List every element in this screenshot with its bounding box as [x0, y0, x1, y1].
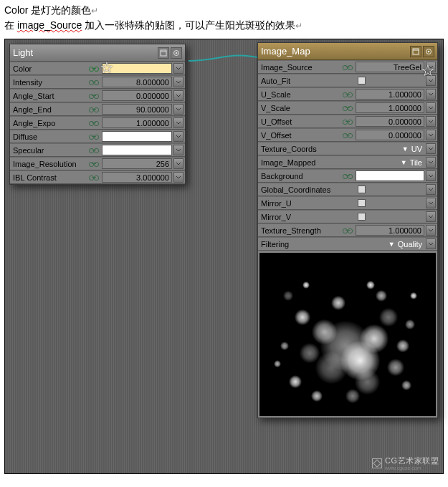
number-field[interactable]: 0.000000	[356, 116, 424, 127]
chevron-down-icon: ▼	[402, 145, 409, 153]
number-field[interactable]: 8.000000	[102, 77, 172, 87]
collapse-icon[interactable]	[158, 47, 169, 59]
row-label: Angle_Start	[10, 92, 87, 100]
checkbox-field[interactable]	[356, 211, 424, 222]
map_panel-row-v_scale: V_Scale1.000000	[258, 101, 437, 115]
row-menu-button[interactable]	[173, 77, 184, 87]
row-menu-button[interactable]	[426, 116, 436, 127]
map_panel-row-auto_fit: Auto_Fit	[258, 74, 437, 87]
checkbox-field[interactable]	[356, 184, 424, 195]
connection-line	[189, 52, 260, 67]
dropdown-field[interactable]: ▼Tile	[356, 157, 424, 168]
link-icon[interactable]	[87, 107, 100, 112]
link-icon[interactable]	[341, 65, 354, 69]
row-menu-button[interactable]	[426, 89, 436, 100]
row-menu-button[interactable]	[426, 238, 436, 249]
collapse-icon[interactable]	[410, 46, 421, 57]
link-icon[interactable]	[341, 92, 354, 97]
checkbox-field[interactable]	[356, 75, 424, 86]
row-menu-button[interactable]	[173, 172, 184, 183]
link-icon[interactable]	[87, 80, 100, 85]
dropdown-field[interactable]: ▼UV	[356, 143, 424, 154]
row-menu-button[interactable]	[426, 198, 436, 208]
row-label: Angle_End	[10, 105, 87, 114]
light_panel-row-angle_start: Angle_Start0.000000	[10, 89, 185, 102]
row-label: Image_Source	[258, 63, 341, 72]
link-icon[interactable]	[87, 162, 100, 166]
number-field[interactable]: 3.000000	[102, 172, 172, 183]
link-icon[interactable]	[341, 174, 354, 178]
chevron-down-icon: ▼	[401, 159, 407, 166]
panel-title: Light	[13, 47, 33, 58]
dropdown-field[interactable]: ▼Quality	[356, 238, 424, 249]
map_panel-row-u_scale: U_Scale1.000000	[258, 87, 437, 101]
checkbox-field[interactable]	[356, 198, 424, 208]
color-field[interactable]	[356, 170, 424, 181]
checkbox[interactable]	[358, 213, 366, 221]
map_panel-row-mirror_v: Mirror_V	[258, 210, 437, 223]
row-label: Texture_Coords	[258, 145, 341, 153]
row-label: Mirror_U	[258, 199, 341, 208]
number-field[interactable]: 1.000000	[356, 89, 424, 100]
color-field[interactable]	[102, 131, 172, 142]
link-icon[interactable]	[341, 228, 354, 233]
row-menu-button[interactable]	[173, 63, 184, 74]
row-menu-button[interactable]	[173, 90, 184, 101]
number-field[interactable]: 0.000000	[102, 90, 172, 101]
chevron-down-icon: ▼	[389, 241, 395, 248]
svg-rect-4	[413, 49, 419, 54]
row-label: V_Scale	[258, 104, 341, 112]
row-label: Specular	[10, 146, 87, 155]
link-icon[interactable]	[87, 121, 100, 125]
link-icon[interactable]	[87, 135, 100, 139]
row-menu-button[interactable]	[426, 143, 436, 154]
row-menu-button[interactable]	[426, 130, 436, 140]
link-icon[interactable]	[341, 106, 354, 110]
text-field[interactable]: TreeGel	[356, 62, 424, 72]
row-label: Diffuse	[10, 132, 87, 141]
map-panel-header[interactable]: Image_Map	[258, 43, 437, 60]
link-icon[interactable]	[341, 133, 354, 138]
number-field[interactable]: 1.000000	[102, 117, 172, 128]
row-menu-button[interactable]	[173, 104, 184, 115]
map_panel-row-u_offset: U_Offset0.000000	[258, 115, 437, 128]
svg-point-7	[428, 50, 430, 52]
row-label: Color	[10, 64, 87, 73]
row-menu-button[interactable]	[426, 225, 436, 236]
star-annotation-icon: ☆	[99, 60, 115, 76]
checkbox[interactable]	[358, 77, 366, 85]
row-menu-button[interactable]	[173, 145, 184, 155]
row-label: V_Offset	[258, 131, 341, 140]
map_panel-row-global_coordinates: Global_Coordinates	[258, 183, 437, 196]
row-label: U_Offset	[258, 117, 341, 126]
checkbox[interactable]	[358, 199, 366, 207]
light-panel: Light ColorIntensity8.000000Angle_Start0…	[9, 44, 186, 185]
map_panel-row-image_source: Image_SourceTreeGel	[258, 60, 437, 74]
gear-icon[interactable]	[171, 47, 182, 59]
row-menu-button[interactable]	[426, 102, 436, 113]
number-field[interactable]: 90.00000	[102, 104, 172, 115]
row-label: Global_Coordinates	[258, 185, 341, 194]
row-menu-button[interactable]	[426, 157, 436, 168]
number-field[interactable]: 1.000000	[356, 225, 424, 236]
map_panel-row-image_mapped: Image_Mapped▼Tile	[258, 155, 437, 169]
link-icon[interactable]	[87, 148, 100, 153]
link-icon[interactable]	[87, 94, 100, 98]
light-panel-header[interactable]: Light	[10, 44, 185, 62]
color-field[interactable]	[102, 145, 172, 155]
link-icon[interactable]	[341, 120, 354, 124]
row-menu-button[interactable]	[426, 170, 436, 181]
checkbox[interactable]	[358, 185, 366, 193]
row-menu-button[interactable]	[426, 184, 436, 195]
number-field[interactable]: 0.000000	[356, 130, 424, 140]
row-menu-button[interactable]	[173, 117, 184, 128]
row-menu-button[interactable]	[426, 211, 436, 222]
number-field[interactable]: 1.000000	[356, 102, 424, 113]
row-menu-button[interactable]	[173, 131, 184, 142]
map-rows: Image_SourceTreeGelAuto_FitU_Scale1.0000…	[258, 60, 437, 251]
number-field[interactable]: 256	[102, 158, 172, 169]
row-label: Angle_Expo	[10, 119, 87, 127]
row-menu-button[interactable]	[173, 158, 184, 169]
link-icon[interactable]	[87, 175, 100, 180]
gear-icon[interactable]	[423, 46, 434, 57]
